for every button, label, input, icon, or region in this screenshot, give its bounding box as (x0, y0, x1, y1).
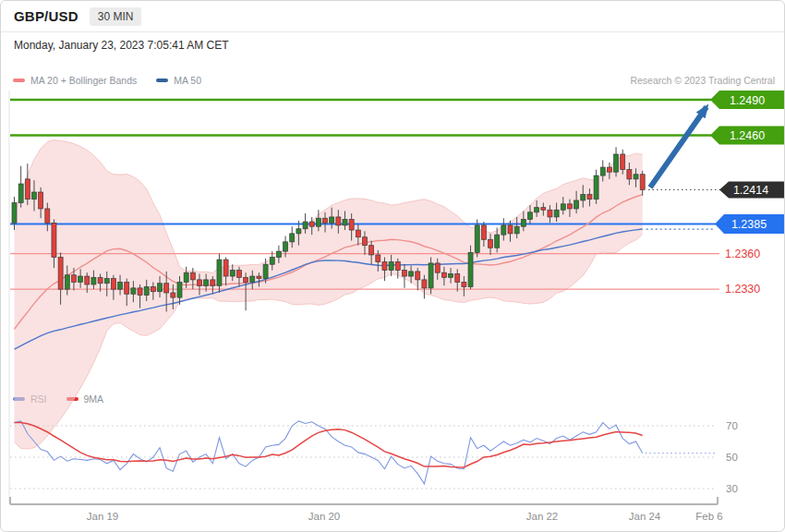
svg-text:1.2360: 1.2360 (725, 248, 760, 260)
svg-text:Jan 20: Jan 20 (308, 511, 341, 522)
svg-text:1.2490: 1.2490 (730, 94, 765, 107)
svg-text:1.2414: 1.2414 (733, 184, 768, 197)
trading-central-chart-card: GBP/USD 30 MIN Monday, January 23, 2023 … (0, 0, 785, 532)
svg-text:50: 50 (726, 452, 738, 463)
svg-text:Jan 24: Jan 24 (629, 511, 661, 522)
svg-text:Jan 19: Jan 19 (87, 511, 119, 522)
svg-text:70: 70 (726, 420, 738, 431)
svg-text:Feb 6: Feb 6 (695, 511, 722, 522)
svg-text:1.2385: 1.2385 (731, 218, 767, 231)
svg-text:1.2460: 1.2460 (730, 129, 765, 142)
svg-text:30: 30 (726, 483, 738, 494)
svg-text:Jan 22: Jan 22 (526, 511, 559, 522)
svg-text:1.2330: 1.2330 (725, 283, 760, 296)
price-chart-canvas[interactable]: 1.24901.24601.24141.23851.23601.23307050… (1, 1, 785, 532)
